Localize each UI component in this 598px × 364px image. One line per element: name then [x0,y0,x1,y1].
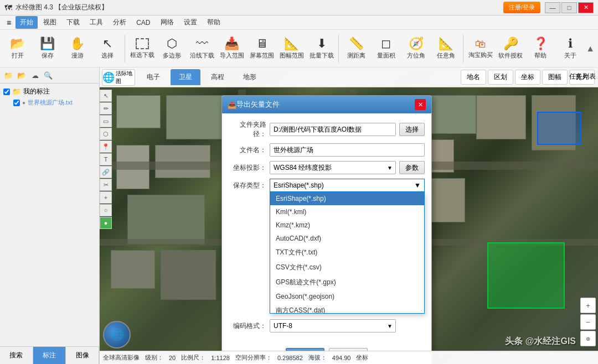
vbar-polygon[interactable]: ⬡ [100,128,112,140]
vbar-select[interactable]: ↖ [100,90,112,102]
mini-globe[interactable]: 🌐 [103,321,131,349]
toolbar-help[interactable]: ❓ 帮助 [526,32,555,65]
menu-network[interactable]: 网络 [156,16,178,29]
minimize-button[interactable]: — [545,2,560,13]
vbar-text[interactable]: T [100,153,112,165]
toolbar-batch[interactable]: ⬇ 批量下载 [307,32,336,65]
dialog-close-button[interactable]: ✕ [415,99,426,110]
tree-root[interactable]: 📁 我的标注 [2,86,97,97]
btn-grid[interactable]: 图幅 [542,70,568,85]
folder-input[interactable] [270,123,396,136]
menu-start[interactable]: 开始 [16,16,38,29]
dropdown-item-gpx[interactable]: GPS航迹文件(*.gpx) [270,275,424,290]
vbar-circle[interactable]: ○ [100,204,112,216]
coord-label: 坐标投影： [229,163,266,173]
encoding-select[interactable]: UTF-8 GBK [270,319,396,332]
tree-root-checkbox[interactable] [3,89,10,95]
app-icon: 🗺 [4,3,12,12]
menu-view[interactable]: 视图 [39,16,61,29]
encoding-row: 编码格式： UTF-8 GBK ▼ 参数 [229,319,425,332]
toolbar-select[interactable]: ↖ 选择 [93,32,122,65]
vbar-rectangle[interactable]: ▭ [100,115,112,127]
folder-row: 文件夹路径： 选择 [229,120,425,139]
toolbar-polyline[interactable]: 〰 沿线下载 [188,32,216,65]
dropdown-item-cass[interactable]: 南方CASS(*.dat) [270,303,424,314]
toolbar-import[interactable]: 📥 导入范围 [218,32,246,65]
menu-download[interactable]: 下载 [62,16,84,29]
toolbar-free-angle[interactable]: 📐 任意角 [431,32,460,65]
dropdown-item-txt[interactable]: TXT文件(*.txt) [270,245,424,260]
save-type-dropdown-trigger[interactable]: EsriShape(*.shp) ▼ [270,179,425,192]
sidebar-search[interactable]: 🔍 [42,69,54,81]
toolbar-area[interactable]: 📐 图幅范围 [277,32,306,65]
vbar-green-circle[interactable]: ● [100,217,112,229]
dropdown-item-geojson[interactable]: GeoJson(*.geojson) [270,290,424,303]
tree-file-checkbox[interactable] [13,100,20,106]
toolbar-bearing[interactable]: 🧭 方位角 [401,32,430,65]
dropdown-item-shp[interactable]: EsriShape(*.shp) [270,192,424,205]
hamburger-menu[interactable]: ≡ [3,17,14,29]
sidebar-new-folder[interactable]: 📁 [2,69,14,81]
tab-elevation[interactable]: 高程 [203,69,233,85]
tab-satellite[interactable]: 卫星 [171,69,200,85]
import-icon: 📥 [224,38,239,50]
menu-analysis[interactable]: 分析 [109,16,131,29]
btn-district[interactable]: 区划 [488,70,513,85]
toolbar-about[interactable]: ℹ 关于 [556,32,585,65]
screen-icon: 🖥 [256,38,268,50]
vbar-pin[interactable]: 📍 [100,141,112,153]
toolbar-taobao[interactable]: 🛍 淘宝购买 [466,32,495,65]
btn-coordinates[interactable]: 坐标 [515,70,540,85]
toolbar-import-label: 导入范围 [220,51,244,60]
menu-help[interactable]: 帮助 [203,16,225,29]
tree-file-item[interactable]: ● 世界桃源广场.txt [2,97,97,108]
globe-button[interactable]: 🌐 活际地图 [102,69,135,86]
about-icon: ℹ [568,38,573,50]
toolbar-area-measure[interactable]: ◻ 量面积 [372,32,400,65]
menu-settings[interactable]: 设置 [179,16,202,29]
separator-1 [125,35,125,63]
dropdown-item-csv[interactable]: CSV文件(*.csv) [270,260,424,275]
toolbar-open[interactable]: 📂 打开 [3,32,32,65]
coord-select[interactable]: WGS84 经纬度投影 [270,161,396,174]
folder-select-button[interactable]: 选择 [399,123,425,136]
toolbar-save[interactable]: 💾 保存 [33,32,62,65]
toolbar-screen[interactable]: 🖥 屏幕范围 [248,32,276,65]
task-list-btn[interactable]: 任务列表 [569,72,596,81]
sidebar-tab-search[interactable]: 搜索 [0,347,33,364]
sidebar-open-folder[interactable]: 📂 [16,69,28,81]
toolbar-distance[interactable]: 📏 测距离 [342,32,370,65]
sidebar-tab-image[interactable]: 图像 [66,347,99,364]
tab-terrain[interactable]: 地形 [235,69,265,85]
coord-params-button[interactable]: 参数 [399,161,425,174]
zoom-out-btn[interactable]: − [580,314,596,330]
toolbar-frame-download[interactable]: 框选下载 [128,32,157,65]
map-area[interactable]: 🌐 头条 @水经注GIS 🌐 活际地图 电子 卫星 高程 地形 地名 区划 坐标… [100,67,598,364]
toolbar-polygon[interactable]: ⬡ 多边形 [158,32,187,65]
sidebar-tab-annotation[interactable]: 标注 [33,347,66,364]
vbar-cut[interactable]: ✂ [100,179,112,191]
polygon-green [487,242,565,309]
collapse-icon[interactable]: ▲ [586,44,595,53]
menu-cad[interactable]: CAD [132,17,154,28]
tab-electronic[interactable]: 电子 [138,69,168,85]
dropdown-item-autocad[interactable]: AutoCAD(*.dxf) [270,232,424,245]
zoom-in-btn[interactable]: + [580,298,596,313]
sidebar-cloud[interactable]: ☁ [29,69,41,81]
register-button[interactable]: 注册/登录 [503,2,540,13]
altitude-value: 494.90 [332,355,351,361]
close-button[interactable]: ✕ [578,2,594,13]
vbar-link[interactable]: 🔗 [100,166,112,178]
toolbar-pan[interactable]: ✋ 漫游 [63,32,92,65]
vbar-draw[interactable]: ✏ [100,102,112,115]
vbar-zoom-in[interactable]: + [100,191,112,204]
dropdown-item-kmz[interactable]: Kmz(*.kmz) [270,219,424,232]
full-extent-btn[interactable]: ⊕ [580,331,596,346]
btn-place-name[interactable]: 地名 [461,70,486,85]
filename-input[interactable] [270,143,425,157]
map-type-label: 全球高清影像 [103,353,140,362]
toolbar-auth[interactable]: 🔑 软件授权 [496,32,525,65]
menu-tools[interactable]: 工具 [85,16,107,29]
maximize-button[interactable]: □ [561,2,577,13]
dropdown-item-kml[interactable]: Kml(*.kml) [270,205,424,219]
